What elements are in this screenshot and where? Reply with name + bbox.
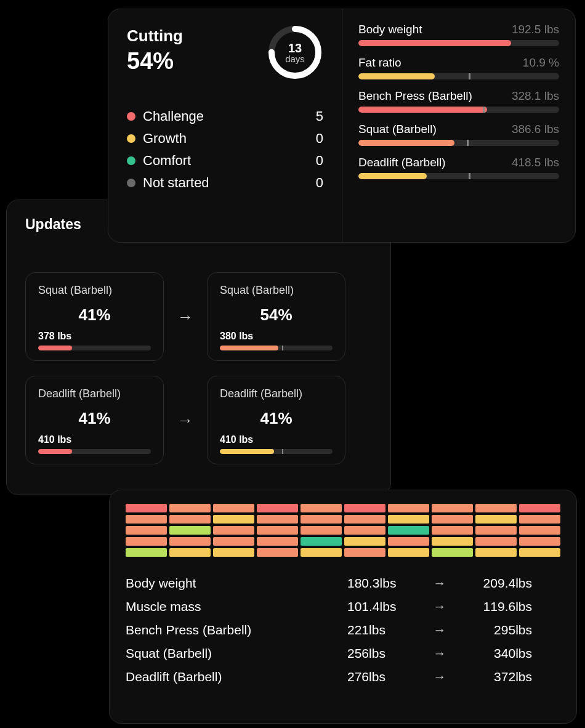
stat-to: 119.6lbs xyxy=(452,599,532,614)
update-cell-after: Squat (Barbell) 54% 380 lbs xyxy=(207,272,345,361)
metric-row: Fat ratio 10.9 % xyxy=(358,56,559,79)
heatmap-cell xyxy=(475,526,517,535)
update-bar xyxy=(38,449,151,454)
heatmap-cell xyxy=(257,548,298,557)
legend-count: 0 xyxy=(316,175,323,191)
history-stat-row: Deadlift (Barbell) 276lbs → 372lbs xyxy=(126,665,560,689)
heatmap-cell xyxy=(388,537,429,546)
stat-from: 180.3lbs xyxy=(347,576,427,591)
heatmap-row xyxy=(126,515,560,524)
heatmap-cell xyxy=(301,548,342,557)
heatmap-cell xyxy=(301,537,342,546)
heatmap-cell xyxy=(432,537,473,546)
heatmap-cell xyxy=(126,515,167,524)
heatmap-cell xyxy=(432,504,473,512)
heatmap-cell xyxy=(388,515,429,524)
stat-name: Squat (Barbell) xyxy=(126,646,347,661)
legend-row: Comfort 0 xyxy=(127,150,323,172)
update-name: Squat (Barbell) xyxy=(38,284,151,297)
heatmap-cell xyxy=(475,515,517,524)
heatmap-row xyxy=(126,537,560,546)
summary-left-pane: Cutting 54% 13 days Challenge 5 Growth xyxy=(108,9,342,242)
legend-dot-icon xyxy=(127,112,135,121)
legend-row: Not started 0 xyxy=(127,172,323,194)
stat-from: 101.4lbs xyxy=(347,599,427,614)
history-card: Body weight 180.3lbs → 209.4lbs Muscle m… xyxy=(109,490,577,724)
legend-label: Challenge xyxy=(143,108,204,124)
metric-name: Body weight xyxy=(358,23,422,36)
ring-unit: days xyxy=(285,54,305,63)
update-cell-before: Deadlift (Barbell) 41% 410 lbs xyxy=(25,376,164,464)
heatmap-cell xyxy=(169,526,211,535)
legend-list: Challenge 5 Growth 0 Comfort 0 Not start… xyxy=(127,105,323,194)
heatmap-cell xyxy=(126,537,167,546)
update-cell-after: Deadlift (Barbell) 41% 410 lbs xyxy=(207,376,345,464)
metric-value: 192.5 lbs xyxy=(512,23,559,36)
history-stats: Body weight 180.3lbs → 209.4lbs Muscle m… xyxy=(126,572,560,689)
stat-to: 340lbs xyxy=(452,646,532,661)
update-name: Squat (Barbell) xyxy=(220,284,333,297)
legend-count: 0 xyxy=(316,153,323,169)
heatmap-cell xyxy=(169,548,211,557)
history-stat-row: Muscle mass 101.4lbs → 119.6lbs xyxy=(126,595,560,618)
heatmap-cell xyxy=(257,526,298,535)
metric-bar xyxy=(358,73,559,79)
arrow-icon: → xyxy=(427,623,452,637)
heatmap-cell xyxy=(301,515,342,524)
heatmap-cell xyxy=(301,504,342,512)
heatmap-cell xyxy=(475,537,517,546)
stat-from: 276lbs xyxy=(347,669,427,684)
arrow-icon: → xyxy=(427,576,452,591)
days-ring: 13 days xyxy=(267,24,323,81)
metric-bar xyxy=(358,173,559,179)
legend-count: 0 xyxy=(316,131,323,147)
heatmap xyxy=(126,504,560,557)
legend-row: Growth 0 xyxy=(127,127,323,150)
heatmap-cell xyxy=(344,504,385,512)
metric-row: Deadlift (Barbell) 418.5 lbs xyxy=(358,156,559,179)
legend-label: Not started xyxy=(143,175,209,191)
metric-value: 328.1 lbs xyxy=(512,89,559,103)
update-percent: 41% xyxy=(38,409,151,428)
heatmap-cell xyxy=(213,515,254,524)
metric-row: Squat (Barbell) 386.6 lbs xyxy=(358,123,559,146)
updates-card: Updates Squat (Barbell) 41% 378 lbs → Sq… xyxy=(6,200,391,495)
metric-value: 386.6 lbs xyxy=(512,123,559,136)
metric-name: Deadlift (Barbell) xyxy=(358,156,446,169)
arrow-icon: → xyxy=(177,307,193,326)
heatmap-cell xyxy=(301,526,342,535)
heatmap-cell xyxy=(388,548,429,557)
stat-name: Deadlift (Barbell) xyxy=(126,669,347,684)
heatmap-cell xyxy=(519,537,560,546)
summary-card: Cutting 54% 13 days Challenge 5 Growth xyxy=(108,9,576,243)
metric-name: Bench Press (Barbell) xyxy=(358,89,472,103)
heatmap-cell xyxy=(126,526,167,535)
heatmap-cell xyxy=(213,504,254,512)
heatmap-cell xyxy=(257,515,298,524)
legend-label: Comfort xyxy=(143,153,191,169)
heatmap-cell xyxy=(344,537,385,546)
update-bar xyxy=(220,346,333,350)
heatmap-cell xyxy=(126,548,167,557)
heatmap-cell xyxy=(213,548,254,557)
heatmap-cell xyxy=(519,515,560,524)
heatmap-row xyxy=(126,526,560,535)
arrow-icon: → xyxy=(427,669,452,684)
stat-to: 295lbs xyxy=(452,623,532,637)
arrow-icon: → xyxy=(427,646,452,661)
heatmap-cell xyxy=(344,548,385,557)
history-stat-row: Body weight 180.3lbs → 209.4lbs xyxy=(126,572,560,595)
stat-name: Body weight xyxy=(126,576,347,591)
stat-to: 372lbs xyxy=(452,669,532,684)
stat-name: Muscle mass xyxy=(126,599,347,614)
metric-bar xyxy=(358,140,559,146)
metric-bar xyxy=(358,40,559,46)
heatmap-cell xyxy=(519,548,560,557)
metric-name: Fat ratio xyxy=(358,56,401,70)
legend-row: Challenge 5 xyxy=(127,105,323,127)
heatmap-cell xyxy=(169,515,211,524)
heatmap-cell xyxy=(388,504,429,512)
metric-value: 10.9 % xyxy=(523,56,559,70)
legend-dot-icon xyxy=(127,156,135,165)
update-value: 380 lbs xyxy=(220,331,333,342)
